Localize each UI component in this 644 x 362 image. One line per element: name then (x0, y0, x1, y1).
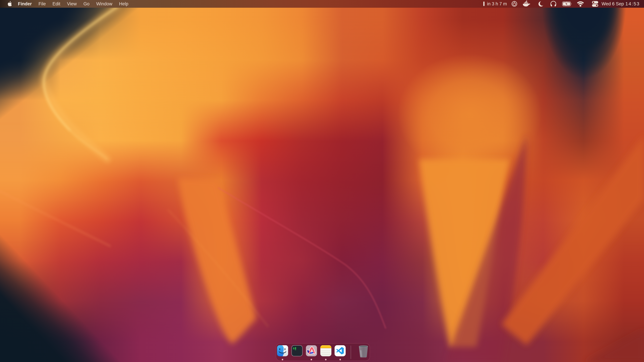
svg-text:Wed 6 Sep: Wed 6 Sep (602, 1, 624, 6)
svg-text:$: $ (293, 347, 294, 350)
svg-text:in 3 h 7 m: in 3 h 7 m (487, 1, 507, 6)
svg-text:14:53: 14:53 (626, 1, 640, 6)
